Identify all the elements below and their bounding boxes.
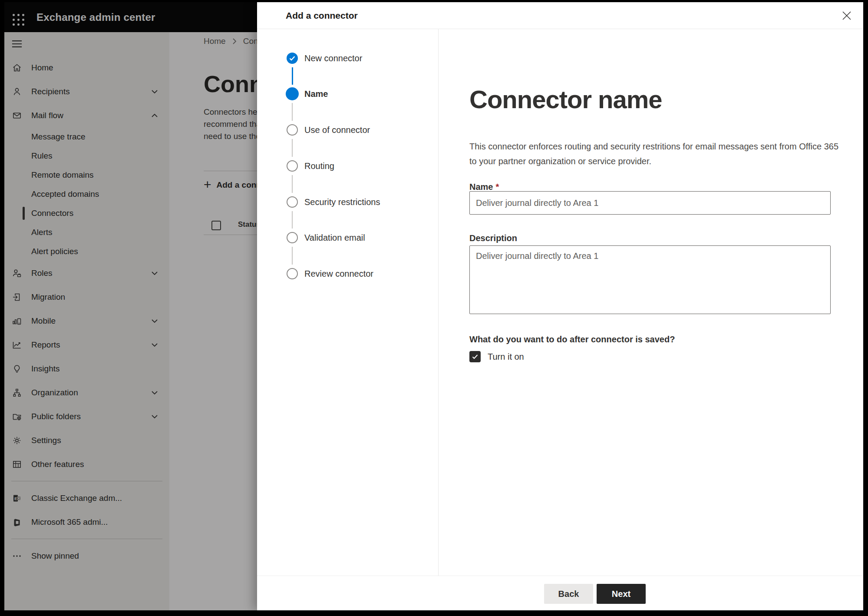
wizard-stepper: New connectorNameUse of connectorRouting… (257, 29, 439, 576)
required-asterisk: * (495, 182, 499, 192)
step-label: New connector (304, 53, 362, 64)
step-label: Validation email (304, 232, 365, 243)
back-button[interactable]: Back (544, 584, 593, 604)
description-field-label: Description (469, 233, 517, 243)
step-connector-line (292, 175, 293, 193)
step-connector-line (292, 211, 293, 229)
step-upcoming-icon (287, 160, 298, 172)
add-connector-modal: Add a connector New connectorNameUse of … (257, 2, 863, 610)
step-connector-line (292, 103, 293, 121)
step-upcoming-icon (287, 196, 298, 208)
turn-it-on-option[interactable]: Turn it on (469, 351, 524, 362)
step-connector-line (292, 67, 293, 85)
step-connector-line (292, 247, 293, 265)
name-field[interactable] (469, 191, 831, 215)
name-field-label: Name* (469, 182, 499, 192)
next-button[interactable]: Next (597, 584, 646, 604)
modal-header: Add a connector (257, 2, 863, 29)
step-upcoming-icon (287, 124, 298, 136)
step-description: This connector enforces routing and secu… (469, 139, 838, 169)
step-heading: Connector name (469, 85, 662, 114)
step-upcoming-icon (287, 268, 298, 279)
step-current-icon (286, 87, 299, 100)
turn-it-on-label: Turn it on (488, 352, 524, 362)
after-save-question: What do you want to do after connector i… (469, 334, 675, 344)
close-icon[interactable] (839, 8, 855, 23)
step-label: Review connector (304, 268, 373, 279)
step-upcoming-icon (287, 232, 298, 243)
wizard-pane: Connector name This connector enforces r… (439, 29, 863, 576)
description-field[interactable]: Deliver journal directly to Area 1 (469, 245, 831, 314)
step-connector-line (292, 139, 293, 157)
modal-footer: Back Next (257, 576, 863, 610)
modal-title: Add a connector (286, 10, 358, 21)
step-completed-icon (287, 53, 298, 64)
step-label: Name (304, 88, 328, 99)
checkmark-icon (471, 353, 479, 361)
app-window: Exchange admin center HomeRecipientsMail… (4, 2, 863, 610)
step-label: Security restrictions (304, 196, 380, 208)
step-label: Routing (304, 160, 334, 172)
step-label: Use of connector (304, 124, 370, 136)
turn-it-on-checkbox[interactable] (469, 351, 481, 362)
